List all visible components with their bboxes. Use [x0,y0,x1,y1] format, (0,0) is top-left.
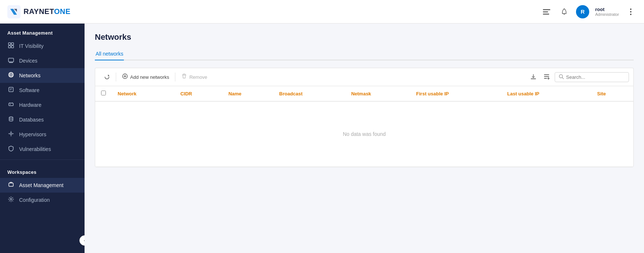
th-last-usable-ip[interactable]: Last usable IP [501,86,591,101]
sidebar-item-label: Asset Management [19,182,64,188]
header-actions: R root Administrator [541,5,637,18]
logo-text: RAYNETONE [24,7,71,16]
svg-point-30 [10,133,12,135]
svg-rect-40 [182,75,186,75]
th-first-usable-ip[interactable]: First usable IP [410,86,501,101]
search-input[interactable] [566,74,625,80]
add-icon [122,73,128,81]
svg-point-6 [630,8,632,10]
configuration-icon [7,196,15,204]
svg-point-36 [10,198,12,200]
sidebar-item-label: Hardware [19,102,42,108]
svg-point-7 [630,11,632,13]
logo-icon [7,5,21,18]
sidebar-item-hardware[interactable]: Hardware [0,98,85,112]
svg-rect-2 [543,11,548,13]
sidebar-item-databases[interactable]: Databases [0,112,85,127]
sidebar-section-workspaces: Workspaces [0,163,85,178]
sidebar-item-networks[interactable]: Networks [0,68,85,83]
sidebar-section-asset-management: Asset Management [0,24,85,39]
table-body: No data was found [95,101,633,167]
more-menu-button[interactable] [625,6,637,18]
svg-rect-12 [11,46,14,48]
th-cidr[interactable]: CIDR [175,86,223,101]
th-network[interactable]: Network [112,86,175,101]
refresh-button[interactable] [100,72,114,82]
devices-icon [7,57,15,64]
asset-management-workspace-icon [7,182,15,189]
sidebar-item-label: Networks [19,73,40,78]
th-netmask[interactable]: Netmask [345,86,410,101]
sidebar-item-label: Databases [19,117,44,123]
th-name[interactable]: Name [222,86,273,101]
toolbar-separator-1 [116,73,116,81]
th-site[interactable]: Site [591,86,634,101]
logo-container: RAYNETONE [7,5,541,18]
databases-icon [7,116,15,123]
table-header: Network CIDR Name Broadcast Netmask Firs… [95,86,633,101]
user-role: Administrator [595,12,619,17]
sidebar-item-label: Software [19,87,39,93]
svg-rect-22 [9,87,13,92]
no-data-message: No data was found [95,101,633,167]
svg-rect-13 [8,58,14,62]
svg-rect-41 [531,78,536,79]
remove-label: Remove [189,74,207,80]
sidebar-item-hypervisors[interactable]: Hypervisors [0,127,85,142]
tabs-bar: All networks [95,48,634,60]
sidebar-item-label: IT Visibility [19,43,43,49]
user-info: root Administrator [595,7,619,17]
sidebar-item-software[interactable]: Software [0,83,85,98]
hypervisors-icon [7,131,15,138]
app-layout: Asset Management IT Visibility Devices N… [0,24,644,253]
sidebar-item-configuration[interactable]: Configuration [0,193,85,207]
sidebar-item-devices[interactable]: Devices [0,53,85,68]
svg-line-46 [562,77,564,79]
svg-rect-4 [564,14,565,15]
sidebar-item-it-visibility[interactable]: IT Visibility [0,39,85,53]
menu-button[interactable] [541,6,552,18]
tab-all-networks[interactable]: All networks [95,48,124,60]
toolbar: Add new networks Remove [95,68,634,86]
toolbar-separator-2 [175,73,175,81]
header: RAYNETONE R root Administrator [0,0,644,24]
page-title: Networks [95,32,634,42]
sidebar-collapse-button[interactable]: ‹ [79,235,85,246]
svg-rect-35 [9,183,13,186]
sidebar-item-label: Hypervisors [19,131,46,137]
avatar: R [576,5,589,18]
select-all-checkbox[interactable] [101,91,106,95]
software-icon [7,87,15,94]
networks-icon [7,72,15,79]
sidebar-item-label: Configuration [19,197,50,203]
svg-rect-28 [10,104,11,105]
hardware-icon [7,101,15,109]
svg-rect-42 [544,74,549,75]
user-name: root [595,7,619,12]
add-new-networks-button[interactable]: Add new networks [118,71,173,83]
svg-rect-43 [544,76,549,77]
add-networks-label: Add new networks [130,74,169,80]
refresh-icon [104,74,110,80]
toolbar-right [528,72,629,82]
networks-table: Network CIDR Name Broadcast Netmask Firs… [95,86,633,167]
th-broadcast[interactable]: Broadcast [273,86,346,101]
remove-button[interactable]: Remove [177,71,211,83]
svg-rect-9 [8,43,11,45]
svg-rect-11 [8,46,11,48]
sidebar-divider [0,159,85,160]
notifications-button[interactable] [558,6,570,18]
page-content: Networks All networks Add new networks [85,24,644,253]
sidebar-item-asset-management-workspace[interactable]: Asset Management [0,178,85,193]
remove-icon [181,73,187,81]
svg-rect-10 [11,43,14,45]
search-icon [559,74,564,80]
svg-point-29 [9,117,13,118]
main-content-area: Networks All networks Add new networks [85,24,644,253]
sidebar-item-vulnerabilities[interactable]: Vulnerabilities [0,142,85,157]
vulnerabilities-icon [7,145,15,153]
svg-rect-44 [544,78,547,79]
sidebar: Asset Management IT Visibility Devices N… [0,24,85,253]
import-button[interactable] [528,72,539,82]
export-button[interactable] [541,72,552,82]
